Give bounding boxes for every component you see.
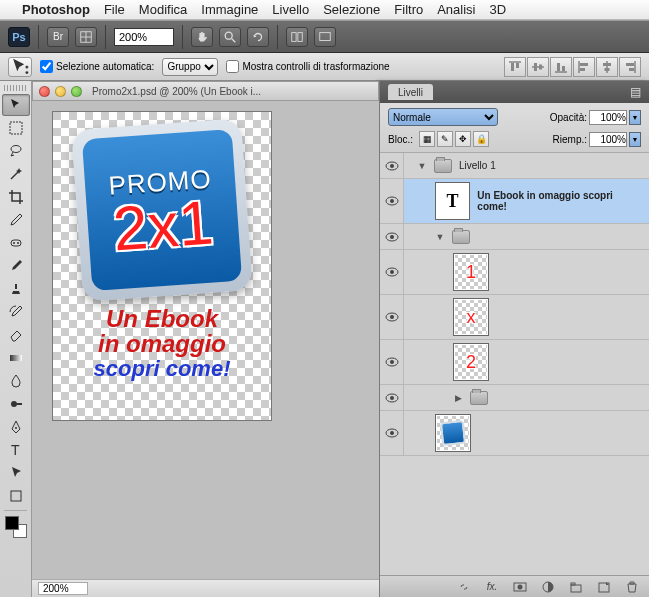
visibility-toggle[interactable] [380,179,404,223]
layer-name[interactable]: Un Ebook in omaggio scopri come! [477,190,643,212]
view-extras-icon[interactable] [75,27,97,47]
lasso-tool[interactable] [2,140,30,162]
zoom-select[interactable] [114,28,174,46]
new-group-icon[interactable] [567,579,585,595]
layer-thumb: 1 [453,253,489,291]
menu-immagine[interactable]: Immagine [201,2,258,17]
rotate-view-icon[interactable] [247,27,269,47]
status-zoom[interactable]: 200% [38,582,88,595]
layer-row[interactable]: ▼Livello 1 [380,153,649,179]
eyedropper-tool[interactable] [2,209,30,231]
layer-row[interactable]: ▼ [380,224,649,250]
visibility-toggle[interactable] [380,411,404,455]
path-select-tool[interactable] [2,462,30,484]
ps-logo-icon[interactable]: Ps [8,27,30,47]
dodge-tool[interactable] [2,393,30,415]
svg-rect-36 [11,491,21,501]
eraser-tool[interactable] [2,324,30,346]
layer-row[interactable] [380,411,649,456]
show-transform-input[interactable] [226,60,239,73]
marquee-tool[interactable] [2,117,30,139]
align-left-icon[interactable] [573,57,595,77]
visibility-toggle[interactable] [380,295,404,339]
menu-file[interactable]: File [104,2,125,17]
disclosure-icon[interactable]: ▼ [435,232,445,242]
layer-row[interactable]: ▶ [380,385,649,411]
auto-select-type[interactable]: Gruppo [162,58,218,76]
type-tool[interactable]: T [2,439,30,461]
link-layers-icon[interactable] [455,579,473,595]
delete-layer-icon[interactable] [623,579,641,595]
visibility-toggle[interactable] [380,153,404,178]
history-brush-tool[interactable] [2,301,30,323]
visibility-toggle[interactable] [380,385,404,410]
magic-wand-tool[interactable] [2,163,30,185]
layer-row[interactable]: TUn Ebook in omaggio scopri come! [380,179,649,224]
arrange-docs-icon[interactable] [286,27,308,47]
layer-list[interactable]: ▼Livello 1TUn Ebook in omaggio scopri co… [380,153,649,575]
canvas[interactable]: PROMO 2x1 Un Ebook in omaggio scopri com… [52,111,272,421]
screen-mode-icon[interactable] [314,27,336,47]
visibility-toggle[interactable] [380,340,404,384]
blur-tool[interactable] [2,370,30,392]
layer-row[interactable]: 2 [380,340,649,385]
show-transform-checkbox[interactable]: Mostra controlli di trasformazione [226,60,389,73]
pen-tool[interactable] [2,416,30,438]
zoom-window-icon[interactable] [71,86,82,97]
document-titlebar[interactable]: Promo2x1.psd @ 200% (Un Ebook i... [32,81,379,101]
align-top-icon[interactable] [504,57,526,77]
options-bar: Selezione automatica: Gruppo Mostra cont… [0,53,649,81]
panel-grip[interactable] [4,85,27,91]
new-layer-icon[interactable] [595,579,613,595]
visibility-toggle[interactable] [380,250,404,294]
layer-row[interactable]: 1 [380,250,649,295]
lock-transparency-icon[interactable]: ▦ [419,131,435,147]
zoom-tool-icon[interactable] [219,27,241,47]
clone-stamp-tool[interactable] [2,278,30,300]
menu-3d[interactable]: 3D [490,2,507,17]
move-tool[interactable] [2,94,30,116]
menu-modifica[interactable]: Modifica [139,2,187,17]
menu-filtro[interactable]: Filtro [394,2,423,17]
adjustment-layer-icon[interactable] [539,579,557,595]
fill-dropdown-icon[interactable]: ▼ [629,132,641,147]
blend-mode-select[interactable]: Normale [388,108,498,126]
panel-menu-icon[interactable]: ▤ [630,85,641,99]
current-tool-icon[interactable] [8,57,32,77]
align-bottom-icon[interactable] [550,57,572,77]
minimize-icon[interactable] [55,86,66,97]
color-swatches[interactable] [5,516,27,538]
app-name[interactable]: Photoshop [22,2,90,17]
layer-name[interactable]: Livello 1 [459,160,496,171]
brush-tool[interactable] [2,255,30,277]
opacity-dropdown-icon[interactable]: ▼ [629,110,641,125]
crop-tool[interactable] [2,186,30,208]
layer-mask-icon[interactable] [511,579,529,595]
disclosure-icon[interactable]: ▼ [417,161,427,171]
align-right-icon[interactable] [619,57,641,77]
menu-analisi[interactable]: Analisi [437,2,475,17]
align-hcenter-icon[interactable] [596,57,618,77]
auto-select-input[interactable] [40,60,53,73]
hand-tool-icon[interactable] [191,27,213,47]
menu-livello[interactable]: Livello [272,2,309,17]
healing-brush-tool[interactable] [2,232,30,254]
layer-row[interactable]: x [380,295,649,340]
svg-point-42 [390,235,394,239]
gradient-tool[interactable] [2,347,30,369]
lock-pixels-icon[interactable]: ✎ [437,131,453,147]
visibility-toggle[interactable] [380,224,404,249]
shape-tool[interactable] [2,485,30,507]
layer-style-icon[interactable]: fx. [483,579,501,595]
auto-select-checkbox[interactable]: Selezione automatica: [40,60,154,73]
bridge-icon[interactable]: Br [47,27,69,47]
disclosure-icon[interactable]: ▶ [453,393,463,403]
lock-all-icon[interactable]: 🔒 [473,131,489,147]
align-vcenter-icon[interactable] [527,57,549,77]
opacity-input[interactable] [589,110,627,125]
close-icon[interactable] [39,86,50,97]
layers-tab[interactable]: Livelli [388,84,433,100]
lock-position-icon[interactable]: ✥ [455,131,471,147]
fill-input[interactable] [589,132,627,147]
menu-selezione[interactable]: Selezione [323,2,380,17]
